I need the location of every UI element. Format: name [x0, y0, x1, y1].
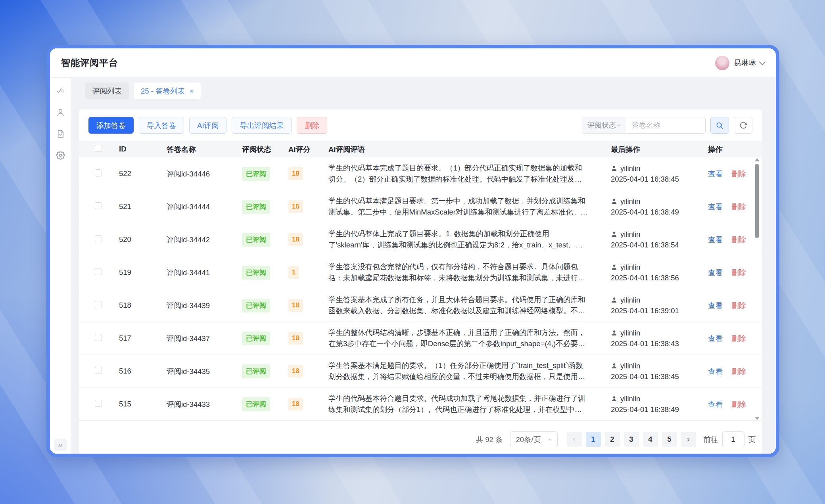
delete-link[interactable]: 删除 — [731, 202, 746, 212]
status-badge: 已评阅 — [242, 364, 270, 378]
goto-page-input[interactable] — [722, 431, 744, 447]
view-link[interactable]: 查看 — [708, 333, 723, 343]
delete-button[interactable]: 删除 — [297, 117, 327, 134]
user-menu[interactable]: 易琳琳 — [715, 56, 765, 70]
row-name: 评阅id-34441 — [167, 268, 242, 278]
view-link[interactable]: 查看 — [708, 268, 723, 278]
row-checkbox[interactable] — [95, 268, 102, 275]
last-operation: yilinlin 2025-04-01 16:38:56 — [611, 262, 708, 283]
row-name: 评阅id-34444 — [167, 202, 242, 212]
view-link[interactable]: 查看 — [708, 202, 723, 212]
row-name: 评阅id-34437 — [167, 333, 242, 343]
person-icon — [611, 231, 618, 238]
ai-comment: 学生的代码基本符合题目要求。代码成功加载了鸢尾花数据集，并正确进行了训练集和测试… — [328, 393, 611, 415]
settings-icon[interactable] — [56, 151, 65, 160]
operator-name: yilinlin — [620, 262, 640, 272]
scrollbar-thumb[interactable] — [755, 164, 759, 238]
delete-link[interactable]: 删除 — [731, 169, 746, 179]
row-checkbox[interactable] — [95, 169, 102, 176]
sidebar: » — [50, 78, 71, 454]
page-size-select[interactable]: 20条/页 — [510, 431, 558, 447]
table-row: 519 评阅id-34441 已评阅 1 学生答案没有包含完整的代码，仅有部分结… — [79, 256, 762, 289]
delete-link[interactable]: 删除 — [731, 268, 746, 278]
status-badge: 已评阅 — [242, 167, 270, 181]
row-checkbox[interactable] — [95, 202, 102, 209]
view-link[interactable]: 查看 — [708, 235, 723, 245]
row-checkbox[interactable] — [95, 301, 102, 308]
select-all-checkbox[interactable] — [95, 145, 102, 152]
table-row: 516 评阅id-34435 已评阅 18 学生答案基本满足题目的要求。（1）任… — [79, 355, 762, 388]
page-button[interactable]: 4 — [643, 432, 658, 447]
delete-link[interactable]: 删除 — [731, 333, 746, 343]
user-icon[interactable] — [56, 108, 65, 117]
tab-bar: 评阅列表 25 - 答卷列表 × — [85, 82, 762, 99]
view-link[interactable]: 查看 — [708, 399, 723, 409]
view-link[interactable]: 查看 — [708, 301, 723, 310]
next-page-button[interactable] — [681, 432, 696, 447]
refresh-button[interactable] — [734, 117, 752, 134]
scroll-up-icon[interactable] — [755, 158, 760, 161]
last-operation: yilinlin 2025-04-01 16:39:01 — [611, 295, 708, 316]
delete-link[interactable]: 删除 — [731, 399, 746, 409]
close-icon[interactable]: × — [189, 87, 194, 95]
row-checkbox[interactable] — [95, 235, 102, 242]
page-button[interactable]: 3 — [624, 432, 639, 447]
chevron-right-icon — [685, 437, 691, 443]
page-button[interactable]: 1 — [586, 432, 601, 447]
score-badge: 18 — [288, 398, 303, 410]
delete-link[interactable]: 删除 — [731, 235, 746, 245]
row-checkbox[interactable] — [95, 334, 102, 341]
operation-time: 2025-04-01 16:38:43 — [611, 339, 679, 348]
row-name: 评阅id-34439 — [167, 301, 242, 310]
ai-review-button[interactable]: AI评阅 — [189, 117, 226, 134]
row-name: 评阅id-34442 — [167, 235, 242, 245]
page-button[interactable]: 5 — [662, 432, 677, 447]
table-row: 521 评阅id-34444 已评阅 15 学生的代码基本满足题目要求。第一步中… — [79, 190, 762, 223]
view-link[interactable]: 查看 — [708, 169, 723, 179]
tab-answer-sheet-list[interactable]: 25 - 答卷列表 × — [134, 82, 201, 99]
search-button[interactable] — [710, 117, 729, 134]
content-card: 添加答卷 导入答卷 AI评阅 导出评阅结果 删除 评阅状态 — [79, 109, 762, 454]
chevron-left-icon — [571, 437, 577, 443]
ai-comment: 学生的整体代码结构清晰，步骤基本正确，并且适用了正确的库和方法。然而，在第3步中… — [328, 327, 611, 349]
operator-name: yilinlin — [620, 295, 640, 305]
document-check-icon[interactable] — [56, 129, 65, 138]
total-count: 共 92 条 — [476, 435, 503, 445]
table-row: 522 评阅id-34446 已评阅 18 学生的代码基本完成了题目的要求。（1… — [79, 157, 762, 190]
row-checkbox[interactable] — [95, 400, 102, 407]
delete-link[interactable]: 删除 — [731, 366, 746, 376]
last-operation: yilinlin 2025-04-01 16:38:54 — [611, 229, 708, 250]
row-checkbox[interactable] — [95, 367, 102, 374]
sidebar-collapse-button[interactable]: » — [54, 439, 67, 451]
view-link[interactable]: 查看 — [708, 366, 723, 376]
export-results-button[interactable]: 导出评阅结果 — [232, 117, 292, 134]
review-status-select[interactable]: 评阅状态 — [582, 117, 626, 134]
operator-name: yilinlin — [620, 360, 640, 371]
status-badge: 已评阅 — [242, 233, 270, 247]
tab-review-list[interactable]: 评阅列表 — [85, 82, 129, 99]
row-id: 522 — [119, 169, 167, 178]
search-input[interactable] — [626, 117, 706, 134]
refresh-icon — [739, 121, 747, 129]
import-answer-button[interactable]: 导入答卷 — [139, 117, 184, 134]
page-button[interactable]: 2 — [605, 432, 620, 447]
row-id: 520 — [119, 235, 167, 244]
ai-comment: 学生的代码基本满足题目要求。第一步中，成功加载了数据，并划分成训练集和测试集。第… — [328, 195, 611, 218]
review-list-icon[interactable] — [56, 86, 65, 96]
avatar[interactable] — [715, 56, 729, 70]
table-row: 517 评阅id-34437 已评阅 18 学生的整体代码结构清晰，步骤基本正确… — [79, 322, 762, 355]
add-answer-button[interactable]: 添加答卷 — [88, 117, 134, 134]
person-icon — [611, 165, 618, 172]
operation-time: 2025-04-01 16:38:49 — [611, 208, 679, 216]
prev-page-button[interactable] — [567, 432, 582, 447]
row-id: 519 — [119, 268, 167, 277]
scroll-down-icon[interactable] — [755, 417, 760, 420]
score-badge: 18 — [288, 233, 303, 246]
row-name: 评阅id-34433 — [167, 399, 242, 409]
delete-link[interactable]: 删除 — [731, 301, 746, 310]
ai-comment: 学生的代码整体上完成了题目要求。1. 数据集的加载和划分正确使用了'sklear… — [328, 228, 611, 251]
goto-unit: 页 — [748, 435, 756, 445]
operation-time: 2025-04-01 16:38:45 — [611, 175, 679, 183]
operator-name: yilinlin — [620, 328, 640, 338]
chevron-down-icon — [547, 437, 553, 443]
